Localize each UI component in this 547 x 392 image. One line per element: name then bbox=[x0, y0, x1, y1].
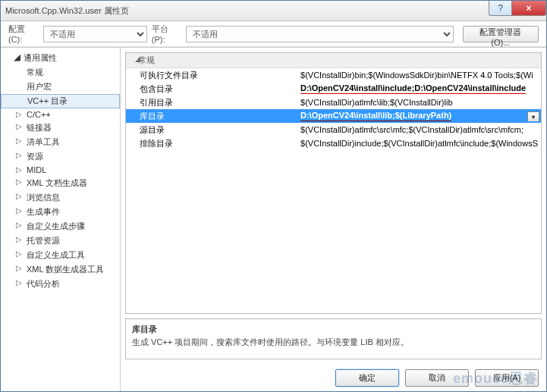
tree-item-label: C/C++ bbox=[27, 110, 51, 119]
tree-item-label: MIDL bbox=[27, 165, 46, 174]
titlebar-buttons: ? × bbox=[489, 1, 546, 16]
tree-item-8[interactable]: ▷XML 文档生成器 bbox=[1, 176, 120, 190]
property-name: 源目录 bbox=[126, 124, 300, 136]
grid-row[interactable]: 源目录$(VCInstallDir)atlmfc\src\mfc;$(VCIns… bbox=[126, 123, 541, 136]
property-name: 排除目录 bbox=[126, 138, 300, 149]
close-button[interactable]: × bbox=[511, 1, 546, 16]
config-select[interactable]: 不适用 bbox=[43, 26, 147, 42]
tree-item-12[interactable]: ▷托管资源 bbox=[1, 234, 120, 248]
cancel-button[interactable]: 取消 bbox=[405, 369, 469, 387]
tree-item-11[interactable]: ▷自定义生成步骤 bbox=[1, 219, 120, 234]
grid-row[interactable]: 可执行文件目录$(VCInstallDir)bin;$(WindowsSdkDi… bbox=[126, 68, 541, 82]
property-page-window: Microsoft.Cpp.Win32.user 属性页 ? × 配置(C): … bbox=[0, 0, 547, 392]
tree-item-label: 生成事件 bbox=[27, 207, 60, 216]
property-value[interactable]: D:\OpenCV24\install\include;D:\OpenCV24\… bbox=[300, 83, 541, 94]
collapse-icon[interactable]: ◢ bbox=[135, 55, 140, 63]
expand-icon[interactable]: ▷ bbox=[16, 122, 22, 130]
expand-icon[interactable]: ▷ bbox=[16, 136, 22, 145]
tree-item-label: 浏览信息 bbox=[27, 193, 60, 202]
property-value[interactable]: $(VCInstallDir)atlmfc\src\mfc;$(VCInstal… bbox=[300, 125, 541, 134]
expand-icon[interactable]: ▷ bbox=[16, 177, 22, 186]
config-label: 配置(C): bbox=[8, 24, 39, 44]
tree-item-2[interactable]: VC++ 目录 bbox=[1, 94, 120, 108]
grid-body: 可执行文件目录$(VCInstallDir)bin;$(WindowsSdkDi… bbox=[126, 68, 541, 313]
window-title: Microsoft.Cpp.Win32.user 属性页 bbox=[5, 5, 129, 17]
toolbar: 配置(C): 不适用 平台(P): 不适用 配置管理器(O)... bbox=[1, 21, 546, 47]
tree-item-3[interactable]: ▷C/C++ bbox=[1, 108, 120, 121]
expand-icon[interactable]: ▷ bbox=[16, 192, 22, 200]
tree-item-14[interactable]: ▷XML 数据生成器工具 bbox=[1, 262, 120, 277]
tree-item-10[interactable]: ▷生成事件 bbox=[1, 205, 120, 219]
expand-icon[interactable]: ▷ bbox=[16, 206, 22, 215]
apply-button[interactable]: 应用(A) bbox=[475, 369, 539, 387]
property-value[interactable]: $(VCInstallDir)atlmfc\lib;$(VCInstallDir… bbox=[300, 98, 541, 107]
body: ◢ ◢ 通用属性 常规用户宏VC++ 目录▷C/C++▷链接器▷清单工具▷资源▷… bbox=[1, 47, 546, 391]
expand-icon[interactable]: ▷ bbox=[16, 278, 22, 287]
right-pane: ◢ 常规 可执行文件目录$(VCInstallDir)bin;$(Windows… bbox=[121, 48, 546, 391]
property-name: 引用目录 bbox=[126, 97, 300, 108]
tree-item-9[interactable]: ▷浏览信息 bbox=[1, 190, 120, 205]
grid-row[interactable]: 库目录D:\OpenCV24\install\lib;$(LibraryPath… bbox=[126, 109, 541, 123]
tree-item-label: 自定义生成工具 bbox=[27, 250, 85, 259]
property-name: 库目录 bbox=[126, 111, 300, 122]
expand-icon[interactable]: ▷ bbox=[16, 151, 22, 159]
tree-item-label: 用户宏 bbox=[27, 82, 52, 91]
description-panel: 库目录 生成 VC++ 项目期间，搜索库文件时使用的路径。与环境变量 LIB 相… bbox=[125, 318, 542, 359]
property-name: 包含目录 bbox=[126, 83, 300, 95]
config-manager-button[interactable]: 配置管理器(O)... bbox=[463, 26, 539, 42]
grid-row[interactable]: 包含目录D:\OpenCV24\install\include;D:\OpenC… bbox=[126, 82, 541, 96]
property-name: 可执行文件目录 bbox=[126, 70, 300, 81]
platform-select[interactable]: 不适用 bbox=[186, 26, 454, 42]
tree-item-label: 代码分析 bbox=[27, 279, 60, 288]
tree-item-7[interactable]: ▷MIDL bbox=[1, 164, 120, 176]
description-text: 生成 VC++ 项目期间，搜索库文件时使用的路径。与环境变量 LIB 相对应。 bbox=[132, 337, 535, 348]
tree-item-label: XML 文档生成器 bbox=[27, 178, 87, 187]
tree-item-label: 常规 bbox=[27, 67, 43, 77]
property-value[interactable]: $(VCInstallDir)bin;$(WindowsSdkDir)bin\N… bbox=[300, 71, 541, 80]
property-grid: ◢ 常规 可执行文件目录$(VCInstallDir)bin;$(Windows… bbox=[125, 52, 542, 314]
grid-row[interactable]: 引用目录$(VCInstallDir)atlmfc\lib;$(VCInstal… bbox=[126, 96, 541, 109]
property-value[interactable]: $(VCInstallDir)include;$(VCInstallDir)at… bbox=[300, 139, 541, 148]
tree-item-label: VC++ 目录 bbox=[27, 96, 68, 105]
tree-item-1[interactable]: 用户宏 bbox=[1, 80, 120, 94]
tree-item-label: XML 数据生成器工具 bbox=[27, 265, 104, 274]
tree-item-label: 资源 bbox=[27, 152, 43, 161]
tree-item-label: 链接器 bbox=[27, 123, 52, 132]
grid-group-header[interactable]: ◢ 常规 bbox=[126, 53, 541, 68]
tree-item-label: 自定义生成步骤 bbox=[27, 221, 85, 230]
expand-icon[interactable]: ▷ bbox=[16, 264, 22, 272]
tree-item-label: 托管资源 bbox=[27, 236, 60, 245]
grid-row[interactable]: 排除目录$(VCInstallDir)include;$(VCInstallDi… bbox=[126, 136, 541, 150]
expand-icon[interactable]: ▷ bbox=[16, 249, 22, 258]
expand-icon[interactable]: ▷ bbox=[16, 221, 22, 229]
tree-item-label: 清单工具 bbox=[27, 137, 60, 146]
tree-item-6[interactable]: ▷资源 bbox=[1, 149, 120, 164]
tree-item-15[interactable]: ▷代码分析 bbox=[1, 277, 120, 291]
tree-item-13[interactable]: ▷自定义生成工具 bbox=[1, 248, 120, 262]
titlebar: Microsoft.Cpp.Win32.user 属性页 ? × bbox=[1, 1, 546, 21]
tree-root[interactable]: ◢ ◢ 通用属性 bbox=[1, 51, 120, 65]
dropdown-icon[interactable]: ▾ bbox=[527, 111, 539, 121]
platform-label: 平台(P): bbox=[152, 24, 181, 44]
expand-icon[interactable]: ▷ bbox=[16, 235, 22, 243]
tree-item-5[interactable]: ▷清单工具 bbox=[1, 135, 120, 149]
tree-item-0[interactable]: 常规 bbox=[1, 65, 120, 80]
tree-item-4[interactable]: ▷链接器 bbox=[1, 121, 120, 135]
help-button[interactable]: ? bbox=[489, 1, 511, 16]
property-value[interactable]: D:\OpenCV24\install\lib;$(LibraryPath)▾ bbox=[300, 111, 541, 121]
expand-icon[interactable]: ▷ bbox=[16, 165, 22, 174]
description-title: 库目录 bbox=[132, 324, 535, 335]
footer: 确定 取消 应用(A) bbox=[121, 364, 546, 391]
expand-icon[interactable]: ▷ bbox=[16, 110, 22, 118]
nav-tree[interactable]: ◢ ◢ 通用属性 常规用户宏VC++ 目录▷C/C++▷链接器▷清单工具▷资源▷… bbox=[1, 48, 121, 391]
ok-button[interactable]: 确定 bbox=[335, 369, 399, 387]
